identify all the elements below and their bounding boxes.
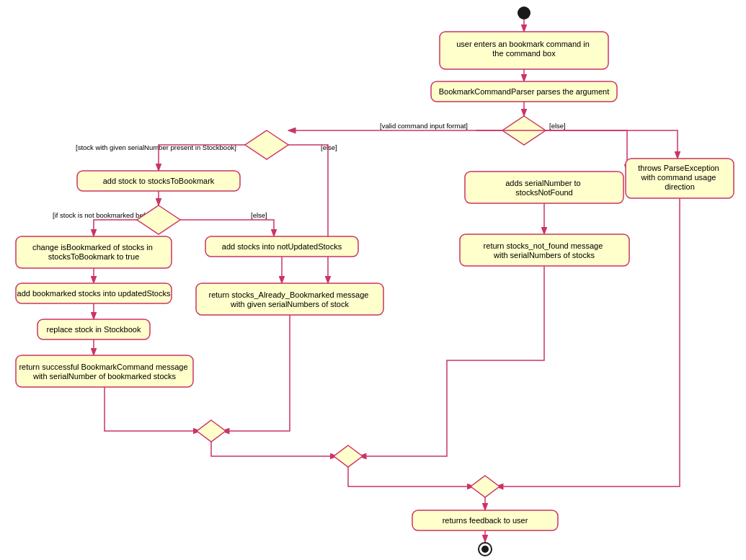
box-9: [460, 234, 629, 266]
txt-3b: adds serialNumber to stocksNotFound: [505, 179, 583, 197]
box-8: [196, 283, 383, 315]
lbl-else1: [else]: [549, 122, 566, 130]
lbl-else3: [else]: [251, 211, 267, 219]
box-7: [16, 355, 193, 387]
txt-parser: BookmarkCommandParser parses the argumen…: [439, 87, 610, 96]
svg-rect-14: [0, 0, 746, 560]
txt-feedback: returns feedback to user: [443, 516, 528, 525]
txt-9: return stocks_not_found message with ser…: [484, 241, 605, 259]
lbl-valid: [valid command input format]: [380, 122, 468, 130]
txt-6: replace stock in Stockbook: [47, 325, 141, 334]
txt-3a: add stock to stocksToBookmark: [103, 177, 215, 185]
txt-7: return successful BookmarkCommand messag…: [19, 363, 190, 381]
final-activity-diagram: user enters an bookmark command in the c…: [0, 0, 746, 560]
end-inner: [481, 546, 489, 553]
txt-8: return stocks_Already_Bookmarked message…: [208, 290, 370, 308]
start-node: [518, 6, 530, 19]
txt-4b: add stocks into notUpdatedStocks: [222, 242, 342, 251]
box-3b: [465, 172, 623, 203]
txt-4a: change isBookmarked of stocks in stocksT…: [32, 243, 155, 261]
txt-5: add bookmarked stocks into updatedStocks: [17, 289, 171, 298]
